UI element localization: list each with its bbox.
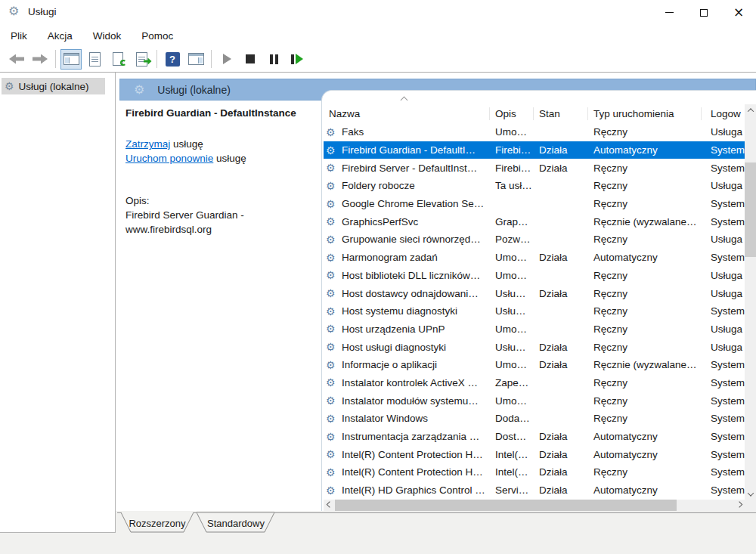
band-gear-icon: ⚙: [134, 82, 144, 97]
column-header-typ-uruchomienia[interactable]: Typ uruchomienia: [588, 107, 702, 120]
service-gear-icon: ⚙: [326, 162, 336, 174]
menu-item-pomoc[interactable]: Pomoc: [141, 30, 173, 42]
cell-logowanie: System: [702, 466, 745, 478]
cell-opis: Intel(…: [490, 466, 534, 478]
table-row[interactable]: ⚙Intel(R) HD Graphics Control … Servi… D…: [324, 481, 745, 500]
cell-logowanie: System: [702, 359, 745, 370]
column-header-nazwa[interactable]: Nazwa: [324, 107, 490, 120]
cell-typ: Ręczny: [588, 305, 702, 317]
scroll-left-button[interactable]: [324, 500, 335, 511]
scroll-right-button[interactable]: [733, 500, 745, 511]
table-row[interactable]: ⚙GraphicsPerfSvc Grap… Ręcznie (wyzwalan…: [324, 212, 745, 231]
cell-stan: Działa: [534, 449, 588, 460]
cell-stan: Działa: [534, 252, 588, 263]
start-service-button[interactable]: [216, 49, 237, 70]
table-row[interactable]: ⚙Grupowanie sieci równorzęd… Pozw… Ręczn…: [324, 231, 745, 249]
cell-opis: Usłu…: [490, 288, 534, 299]
table-row[interactable]: ⚙Faks Umo… Ręczny Usługa: [324, 123, 745, 141]
menu-item-plik[interactable]: Plik: [11, 30, 27, 42]
minimize-button[interactable]: [652, 0, 686, 25]
restart-icon: [291, 54, 303, 64]
description-label: Opis:: [125, 195, 150, 206]
cell-logowanie: Usługa: [702, 180, 745, 191]
column-header-stan[interactable]: Stan: [534, 107, 588, 120]
play-icon: [223, 54, 231, 64]
table-row[interactable]: ⚙Intel(R) Content Protection H… Intel(… …: [324, 445, 745, 463]
table-row[interactable]: ⚙Instalator Windows Doda… Ręczny System: [324, 410, 745, 428]
export-list-button[interactable]: [131, 49, 152, 70]
table-row[interactable]: ⚙Host biblioteki DLL liczników… Umo… Ręc…: [324, 267, 745, 285]
table-row[interactable]: ⚙Host systemu diagnostyki Usłu… Ręczny S…: [324, 302, 745, 320]
tree-item-services-local[interactable]: ⚙ Usługi (lokalne): [2, 78, 105, 94]
table-row[interactable]: ⚙Firebird Guardian - DefaultI… Firebi… D…: [324, 141, 745, 159]
table-row[interactable]: ⚙Google Chrome Elevation Se… Ręczny Syst…: [324, 195, 745, 213]
vertical-scrollbar[interactable]: [745, 104, 756, 500]
restart-service-button[interactable]: [287, 49, 308, 70]
show-action-pane-button[interactable]: [185, 49, 206, 70]
toolbar: ?: [0, 46, 756, 73]
toolbar-separator: [211, 50, 212, 68]
table-row[interactable]: ⚙Host dostawcy odnajdowani… Usłu… Działa…: [324, 284, 745, 302]
cell-name: GraphicsPerfSvc: [342, 216, 418, 227]
window-title: Usługi: [28, 6, 57, 17]
close-button[interactable]: ×: [721, 0, 756, 25]
cell-opis: Intel(…: [490, 449, 534, 460]
maximize-button[interactable]: [686, 0, 721, 25]
table-row[interactable]: ⚙Host usługi diagnostyki Usłu… Działa Rę…: [324, 338, 745, 356]
cell-name: Host urządzenia UPnP: [342, 323, 445, 335]
cell-name: Intel(R) Content Protection H…: [342, 449, 483, 460]
cell-stan: Działa: [534, 466, 588, 478]
list-header: Nazwa Opis Stan Typ uruchomienia Logow: [324, 104, 745, 123]
pause-service-button[interactable]: [263, 49, 284, 70]
back-button[interactable]: [6, 49, 27, 70]
cell-opis: Pozw…: [490, 234, 534, 245]
table-row[interactable]: ⚙Instalator modułów systemu… Umo… Ręczny…: [324, 392, 745, 410]
cell-typ: Ręczny: [588, 342, 702, 353]
service-gear-icon: ⚙: [326, 252, 336, 263]
cell-typ: Ręczny: [588, 180, 702, 191]
table-row[interactable]: ⚙Instrumentacja zarządzania … Dost… Dzia…: [324, 428, 745, 446]
service-gear-icon: ⚙: [326, 395, 336, 407]
vertical-scrollbar-thumb[interactable]: [745, 162, 756, 257]
menu-item-akcja[interactable]: Akcja: [48, 30, 73, 42]
services-gear-icon: ⚙: [5, 80, 14, 92]
help-button[interactable]: ?: [162, 49, 183, 70]
forward-button[interactable]: [29, 49, 51, 70]
menu-item-widok[interactable]: Widok: [93, 30, 122, 42]
scroll-down-button[interactable]: [745, 488, 756, 500]
scroll-up-button[interactable]: [745, 104, 756, 116]
show-console-tree-button[interactable]: [60, 49, 82, 70]
column-header-opis[interactable]: Opis: [490, 107, 534, 120]
table-row[interactable]: ⚙Firebird Server - DefaultInst… Firebi… …: [324, 159, 745, 177]
table-row[interactable]: ⚙Intel(R) Content Protection H… Intel(… …: [324, 463, 745, 481]
cell-typ: Ręczny: [588, 323, 702, 335]
service-gear-icon: ⚙: [326, 449, 336, 460]
table-row[interactable]: ⚙Host urządzenia UPnP Umo… Ręczny Usługa: [324, 320, 745, 339]
table-row[interactable]: ⚙Informacje o aplikacji Umo… Działa Ręcz…: [324, 356, 745, 374]
table-row[interactable]: ⚙Foldery robocze Ta usł… Ręczny Usługa: [324, 177, 745, 195]
service-gear-icon: ⚙: [326, 431, 336, 442]
cell-typ: Automatyczny: [588, 431, 702, 442]
column-header-logowanie[interactable]: Logow: [702, 107, 745, 120]
description-line2: www.firebirdsql.org: [125, 224, 212, 235]
cell-typ: Automatyczny: [588, 449, 702, 460]
cell-logowanie: Usługa: [702, 234, 745, 245]
stop-service-link[interactable]: Zatrzymaj: [125, 138, 170, 150]
cell-stan: Działa: [534, 144, 588, 156]
restart-service-link[interactable]: Uruchom ponownie: [125, 153, 213, 164]
refresh-button[interactable]: [107, 49, 129, 70]
cell-name: Host usługi diagnostyki: [342, 342, 446, 353]
horizontal-scrollbar-thumb[interactable]: [335, 500, 677, 511]
chevron-right-icon: [736, 501, 742, 507]
cell-name: Host systemu diagnostyki: [342, 305, 457, 317]
stop-service-button[interactable]: [240, 49, 261, 70]
cell-opis: Dost…: [490, 431, 534, 442]
table-row[interactable]: ⚙Harmonogram zadań Umo… Działa Automatyc…: [324, 249, 745, 267]
table-row[interactable]: ⚙Instalator kontrolek ActiveX … Zape… Rę…: [324, 374, 745, 392]
horizontal-scrollbar[interactable]: [324, 500, 745, 511]
service-gear-icon: ⚙: [326, 359, 336, 370]
service-gear-icon: ⚙: [326, 323, 336, 335]
cell-logowanie: Usługa: [702, 288, 745, 299]
tree-item-label: Usługi (lokalne): [19, 81, 89, 92]
properties-button[interactable]: [84, 49, 105, 70]
